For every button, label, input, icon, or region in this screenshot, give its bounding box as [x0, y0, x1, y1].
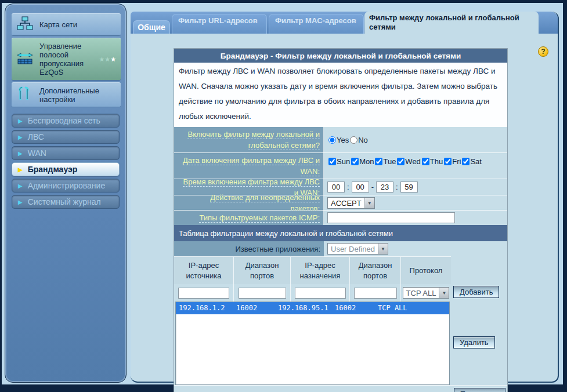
col-dest-ip: IP-адрес назначения [290, 256, 349, 284]
known-apps-row: Известные приложения: User Defined ▼ [174, 241, 507, 256]
sidebar-item-label: ЛВС [28, 132, 44, 141]
icmp-label-cell: Типы фильтруемых пакетов ICMP: [174, 210, 324, 225]
action-value-cell: ACCEPT ▼ [324, 195, 507, 210]
sidebar-item-system-log[interactable]: ▶ Системный журнал [12, 195, 120, 209]
icmp-label-link[interactable]: Типы фильтруемых пакетов ICMP: [199, 212, 320, 223]
days-value-cell: SunMonTueWedThuFriSat [324, 153, 507, 179]
filter-table-section-header: Таблица фильтрации между локальной и гло… [174, 225, 507, 241]
dest-ports-input[interactable] [354, 288, 397, 299]
sidebar-item-label: Системный журнал [28, 197, 101, 206]
sidebar-item-wireless[interactable]: ▶ Беспроводная сеть [12, 114, 120, 128]
day-label: Fri [452, 157, 461, 166]
dest-ip-input[interactable] [295, 288, 346, 299]
tab-mac-filter[interactable]: Фильтр MAC-адресов [269, 14, 364, 34]
enable-yes-option[interactable]: Yes [327, 136, 349, 144]
star-icon: ★ [104, 56, 110, 63]
time-end-hour-input[interactable] [376, 182, 393, 193]
main-panel: Общие Фильтр URL-адресов Фильтр MAC-адре… [131, 12, 559, 383]
icmp-value-cell [324, 210, 507, 225]
day-label: Mon [359, 157, 374, 166]
sidebar-item-label: Управление полосой пропускания EzQoS [39, 42, 108, 77]
day-label: Thu [430, 157, 443, 166]
enable-no-label: No [358, 136, 368, 144]
enable-label-link[interactable]: Включить фильтр между локальной и глобал… [180, 129, 320, 151]
sidebar-item-network-map[interactable]: Карта сети [12, 13, 121, 36]
day-thu[interactable]: Thu [421, 157, 443, 166]
day-thu-checkbox[interactable] [422, 158, 429, 165]
day-wed-checkbox[interactable] [397, 158, 405, 165]
tab-general[interactable]: Общие [133, 20, 170, 34]
source-ip-input[interactable] [178, 288, 229, 299]
sidebar-item-ezqos[interactable]: Управление полосой пропускания EzQoS ★★★ [12, 38, 121, 81]
day-mon[interactable]: Mon [350, 157, 374, 166]
day-fri[interactable]: Fri [443, 157, 461, 166]
form-title: Брандмауэр - Фильтр между локальной и гл… [174, 49, 507, 63]
chevron-right-icon: ▶ [18, 134, 23, 140]
action-select[interactable]: ACCEPT ▼ [327, 197, 375, 209]
day-fri-checkbox[interactable] [444, 158, 452, 165]
form-row-icmp: Типы фильтруемых пакетов ICMP: [174, 210, 507, 225]
days-label-link[interactable]: Дата включения фильтра между ЛВС и WAN: [180, 155, 320, 177]
sidebar-item-label: Брандмауэр [28, 165, 78, 174]
filter-rule-row-selected[interactable]: 192.168.1.2 16002 192.168.95.1 16002 TCP… [176, 302, 449, 314]
tab-lan-wan-filter[interactable]: Фильтр между локальной и глобальной сетя… [364, 12, 539, 34]
enable-label-cell: Включить фильтр между локальной и глобал… [174, 127, 324, 153]
enable-no-radio[interactable] [350, 136, 357, 144]
time-end-min-input[interactable] [400, 182, 418, 193]
known-apps-select[interactable]: User Defined ▼ [327, 243, 388, 255]
filter-table-header: IP-адрес источника Диапазон портов IP-ад… [174, 256, 451, 284]
sidebar-item-firewall[interactable]: ▶ Брандмауэр [12, 162, 120, 176]
chevron-right-icon: ▶ [18, 118, 23, 124]
apply-button[interactable]: Применить [454, 388, 505, 392]
sidebar-item-wan[interactable]: ▶ WAN [12, 146, 120, 160]
tab-label: Фильтр между локальной и глобальной сетя… [369, 13, 519, 31]
network-map-icon [15, 16, 35, 33]
protocol-select[interactable]: TCP ALL ▼ [403, 287, 450, 299]
sidebar-item-label: Беспроводная сеть [28, 116, 100, 125]
tab-label: Фильтр MAC-адресов [275, 16, 356, 25]
days-label-cell: Дата включения фильтра между ЛВС и WAN: [174, 153, 324, 179]
day-sun-checkbox[interactable] [328, 158, 336, 165]
time-start-min-input[interactable] [352, 182, 369, 193]
day-tue-checkbox[interactable] [375, 158, 382, 165]
filter-rules-listbox[interactable]: 192.168.1.2 16002 192.168.95.1 16002 TCP… [175, 302, 450, 385]
col-source-ip: IP-адрес источника [174, 256, 233, 284]
chevron-right-icon: ▶ [18, 166, 23, 173]
day-wed[interactable]: Wed [396, 157, 421, 166]
page-background: Карта сети Управление полосой пропускани… [2, 3, 563, 384]
enable-yes-radio[interactable] [328, 136, 336, 144]
day-sat[interactable]: Sat [461, 157, 482, 166]
rule-dest-ports: 16002 [335, 302, 356, 314]
sidebar-item-advanced-settings[interactable]: Дополнительные настройки [12, 82, 121, 107]
add-button[interactable]: Добавить [453, 286, 499, 298]
help-icon[interactable]: ? [538, 46, 548, 57]
day-mon-checkbox[interactable] [351, 158, 359, 165]
sidebar-item-lan[interactable]: ▶ ЛВС [12, 130, 120, 144]
apply-strip: Применить [174, 385, 507, 392]
form-row-days: Дата включения фильтра между ЛВС и WAN: … [174, 153, 507, 179]
tab-label: Фильтр URL-адресов [178, 16, 258, 25]
source-ports-input[interactable] [239, 288, 286, 299]
help-glyph: ? [541, 48, 545, 56]
day-label: Tue [383, 157, 396, 166]
tools-icon [15, 85, 35, 104]
chevron-down-icon: ▼ [378, 244, 388, 254]
day-sat-checkbox[interactable] [462, 158, 470, 165]
icmp-types-input[interactable] [327, 212, 455, 223]
day-sun[interactable]: Sun [327, 157, 350, 166]
tab-url-filter[interactable]: Фильтр URL-адресов [172, 14, 267, 34]
form-row-action: Действие для неопределенных пакетов: ACC… [174, 195, 507, 210]
delete-button[interactable]: Удалить [453, 336, 495, 349]
tab-label: Общие [138, 23, 165, 32]
sidebar-item-administration[interactable]: ▶ Администрирование [12, 179, 120, 193]
sidebar-item-label: Дополнительные настройки [39, 86, 108, 104]
day-label: Sat [470, 157, 482, 166]
sidebar-item-label: WAN [28, 148, 46, 158]
col-source-ports: Диапазон портов [233, 256, 290, 284]
filter-table: IP-адрес источника Диапазон портов IP-ад… [174, 256, 507, 385]
enable-no-option[interactable]: No [349, 136, 368, 144]
time-separator: : [347, 183, 349, 191]
time-start-hour-input[interactable] [327, 182, 345, 193]
day-label: Wed [405, 157, 421, 166]
day-tue[interactable]: Tue [374, 157, 396, 166]
